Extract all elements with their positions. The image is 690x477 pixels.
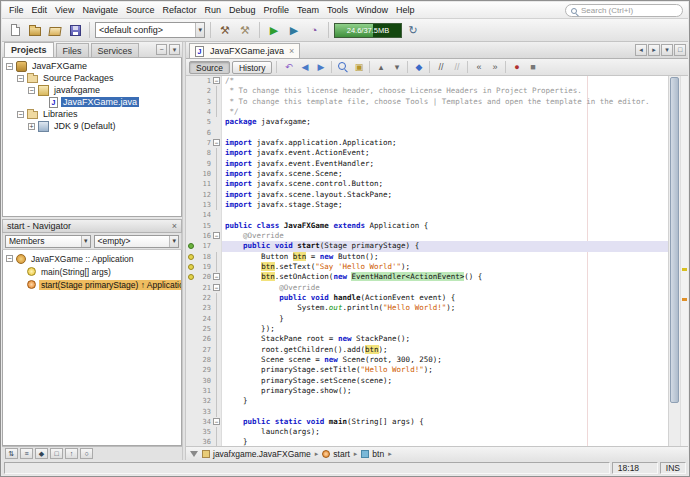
show-static-members-button[interactable]: □ [50, 448, 63, 459]
code-text[interactable]: import javafx.scene.control.Button; [222, 179, 668, 189]
show-fields-button[interactable]: ◆ [35, 448, 48, 459]
expand-icon[interactable]: + [28, 123, 35, 130]
menu-refactor[interactable]: Refactor [158, 3, 200, 17]
breadcrumb-filter-icon[interactable] [190, 451, 198, 457]
clean-build-project-button[interactable]: ⚒ [236, 21, 254, 39]
line-number[interactable]: 30 [196, 376, 213, 386]
menu-navigate[interactable]: Navigate [78, 3, 122, 17]
code-text[interactable]: }); [222, 324, 668, 334]
navigator-panel-header[interactable]: start - Navigator × [2, 219, 182, 233]
line-number[interactable]: 24 [196, 314, 213, 324]
line-number[interactable]: 4 [196, 107, 213, 117]
collapse-icon[interactable]: − [6, 255, 13, 262]
breadcrumb-segment[interactable]: javafxgame.JavaFXGame [202, 449, 311, 459]
collapse-icon[interactable]: − [28, 87, 35, 94]
scroll-tabs-right-button[interactable]: ▸ [648, 44, 660, 56]
memory-meter[interactable]: 24.6/37.5MB [334, 23, 402, 38]
line-number[interactable]: 27 [196, 345, 213, 355]
maximize-editor-button[interactable]: □ [674, 44, 686, 56]
line-number[interactable]: 18 [196, 252, 213, 262]
tab-javafxgame-java[interactable]: JavaFXGame.java × [189, 43, 300, 58]
line-number[interactable]: 5 [196, 117, 213, 127]
stop-macro-button[interactable]: ■ [525, 60, 540, 74]
menu-view[interactable]: View [51, 3, 78, 17]
code-text[interactable]: btn.setOnAction(new EventHandler<ActionE… [222, 272, 668, 282]
code-text[interactable]: Button btn = new Button(); [222, 252, 668, 262]
menu-team[interactable]: Team [293, 3, 323, 17]
scroll-tabs-left-button[interactable]: ◂ [635, 44, 647, 56]
annotation-icon[interactable] [188, 243, 194, 249]
code-text[interactable]: import javafx.stage.Stage; [222, 200, 668, 210]
sort-by-source-button[interactable]: ≡ [20, 448, 33, 459]
line-number[interactable]: 31 [196, 386, 213, 396]
line-number[interactable]: 6 [196, 128, 213, 138]
project-tree-item[interactable]: −Libraries [3, 108, 181, 120]
navigator-filter-select[interactable]: <empty> ▾ [94, 235, 180, 248]
tab-list-button[interactable]: ▾ [661, 44, 673, 56]
line-number[interactable]: 28 [196, 355, 213, 365]
back-button[interactable]: ◀ [297, 60, 312, 74]
line-number[interactable]: 34 [196, 417, 213, 427]
debug-project-button[interactable]: ▶ [285, 21, 303, 39]
breadcrumb-segment[interactable]: start [322, 449, 350, 459]
previous-occurrence-button[interactable]: ▴ [373, 60, 388, 74]
line-number[interactable]: 15 [196, 221, 213, 231]
last-edit-button[interactable]: ↶ [281, 60, 296, 74]
uncomment-button[interactable]: // [449, 60, 464, 74]
panel-menu-button[interactable]: ▾ [169, 44, 180, 55]
navigator-view-select[interactable]: Members ▾ [5, 235, 91, 248]
collapse-icon[interactable]: − [17, 75, 24, 82]
quick-search-input[interactable]: Search (Ctrl+I) [565, 4, 683, 17]
line-number[interactable]: 14 [196, 210, 213, 220]
code-text[interactable]: package javafxgame; [222, 117, 668, 127]
project-tree-item[interactable]: −JavaFXGame.java [3, 96, 181, 108]
toggle-bookmark-button[interactable]: ◆ [411, 60, 426, 74]
code-text[interactable]: @Override [222, 231, 668, 241]
shift-left-button[interactable]: « [471, 60, 486, 74]
code-text[interactable]: public void start(Stage primaryStage) { [222, 241, 668, 251]
line-number[interactable]: 12 [196, 190, 213, 200]
menu-help[interactable]: Help [392, 3, 419, 17]
line-number[interactable]: 16 [196, 231, 213, 241]
menu-tools[interactable]: Tools [323, 3, 352, 17]
line-number[interactable]: 32 [196, 396, 213, 406]
scrollbar-thumb[interactable] [670, 77, 679, 403]
line-number[interactable]: 3 [196, 97, 213, 107]
code-text[interactable]: primaryStage.setScene(scene); [222, 376, 668, 386]
line-number[interactable]: 8 [196, 148, 213, 158]
tab-projects[interactable]: Projects [4, 42, 54, 57]
warning-mark[interactable] [682, 268, 687, 271]
menu-profile[interactable]: Profile [260, 3, 294, 17]
collapse-icon[interactable]: − [6, 63, 13, 70]
forward-button[interactable]: ▶ [313, 60, 328, 74]
minimize-panel-button[interactable]: − [156, 44, 167, 55]
next-occurrence-button[interactable]: ▾ [389, 60, 404, 74]
config-select[interactable]: <default config>▾ [95, 22, 205, 38]
menu-file[interactable]: File [5, 3, 28, 17]
line-number[interactable]: 19 [196, 262, 213, 272]
new-project-button[interactable] [26, 21, 44, 39]
line-number[interactable]: 17 [196, 241, 213, 251]
show-inherited-members-button[interactable]: ↑ [65, 448, 78, 459]
line-number[interactable]: 36 [196, 437, 213, 446]
code-text[interactable]: public class JavaFXGame extends Applicat… [222, 221, 668, 231]
breadcrumb-segment[interactable]: btn [361, 449, 384, 459]
menu-window[interactable]: Window [352, 3, 392, 17]
tab-files[interactable]: Files [56, 43, 89, 57]
line-number[interactable]: 20 [196, 272, 213, 282]
line-number[interactable]: 10 [196, 169, 213, 179]
project-tree-item[interactable]: −javafxgame [3, 84, 181, 96]
run-project-button[interactable]: ▶ [265, 21, 283, 39]
sort-alphabetically-button[interactable]: ⇅ [5, 448, 18, 459]
annotation-icon[interactable] [188, 264, 194, 270]
fold-icon[interactable]: − [213, 418, 220, 425]
code-text[interactable]: primaryStage.setTitle("Hello World!"); [222, 365, 668, 375]
save-all-button[interactable] [66, 21, 84, 39]
project-tree-item[interactable]: −JavaFXGame [3, 60, 181, 72]
code-text[interactable] [222, 128, 668, 138]
line-number[interactable]: 29 [196, 365, 213, 375]
navigator-tree-item[interactable]: −main(String[] args) [3, 265, 181, 278]
code-text[interactable]: Scene scene = new Scene(root, 300, 250); [222, 355, 668, 365]
project-tree-item[interactable]: +JDK 9 (Default) [3, 120, 181, 132]
code-editor[interactable]: 1−/*2 * To change this license header, c… [186, 76, 688, 446]
